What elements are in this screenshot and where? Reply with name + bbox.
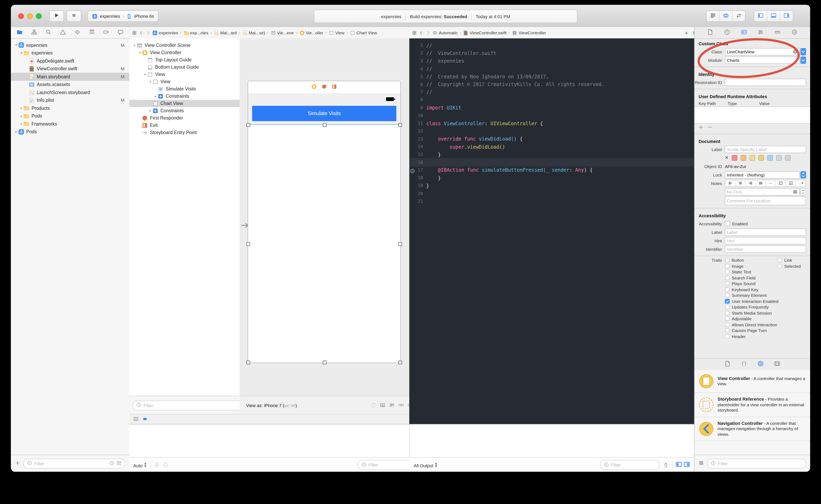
resize-handle[interactable] (398, 123, 402, 127)
module-field[interactable]: Charts (725, 56, 800, 64)
text-attr-button[interactable]: a (786, 180, 796, 186)
class-field[interactable]: LineChartView (725, 48, 800, 55)
color-swatch-1[interactable] (741, 155, 746, 161)
code-line[interactable]: 7// (409, 88, 694, 96)
toggle-debug-area-button[interactable] (767, 11, 780, 21)
doc-label-field[interactable]: Xcode Specific Label (725, 146, 806, 153)
stop-button[interactable] (67, 10, 81, 22)
minimize-window-button[interactable] (27, 13, 33, 19)
outline-row[interactable]: Top Layout Guide (129, 56, 239, 63)
trait-checkbox-image[interactable] (725, 264, 730, 269)
disclosure-icon[interactable]: ▾ (143, 72, 147, 76)
resize-handle[interactable] (398, 242, 402, 246)
code-line[interactable]: 13 override func viewDidLoad() { (409, 135, 694, 143)
trait-checkbox-header[interactable] (725, 334, 730, 339)
code-line[interactable]: 4// (409, 65, 694, 73)
outline-row[interactable]: Exit (129, 122, 239, 129)
code-line[interactable]: 17 @IBAction func simulateButtonPressed(… (409, 166, 694, 174)
zoom-window-button[interactable] (36, 13, 42, 19)
udra-add-button[interactable] (699, 125, 703, 130)
code-line[interactable]: 5// Created by Neo Ighodaro on 13/09/201… (409, 73, 694, 81)
outline-row[interactable]: Storyboard Entry Point (129, 129, 239, 136)
color-swatch-3[interactable] (758, 155, 764, 161)
toggle-navigator-button[interactable] (754, 11, 767, 21)
color-swatch-2[interactable] (750, 155, 755, 161)
inspector-tab-conn[interactable] (791, 29, 797, 37)
library-tab-obj-circle[interactable] (758, 360, 764, 368)
udra-remove-button[interactable] (708, 125, 712, 130)
toggle-inspector-button[interactable] (780, 11, 793, 21)
view-controller-scene[interactable]: 1 Simulate Visits (248, 81, 401, 363)
console-scope-select[interactable]: All Output ▲▼ (414, 462, 438, 468)
a11y-hint-field[interactable]: Hint (725, 237, 806, 244)
code-line[interactable]: 19} (409, 182, 694, 190)
no-color-button[interactable]: ✕ (725, 155, 729, 160)
disclosure-icon[interactable]: ▾ (132, 43, 137, 47)
code-line[interactable]: 14 super.viewDidLoad() (409, 143, 694, 151)
resize-handle[interactable] (322, 361, 326, 364)
align-left-button[interactable] (725, 180, 735, 186)
jumpbar-item[interactable]: View (329, 30, 344, 35)
resize-handle[interactable] (398, 361, 402, 364)
align-icon[interactable] (389, 402, 395, 408)
close-window-button[interactable] (18, 13, 24, 19)
forward-button[interactable] (145, 30, 151, 35)
trait-checkbox-static-text[interactable] (725, 270, 730, 274)
library-tab-braces[interactable] (741, 360, 747, 368)
navigator-row[interactable]: ViewController.swiftM (11, 65, 129, 73)
code-line[interactable]: 18 } (409, 174, 694, 182)
trait-checkbox-search-field[interactable] (725, 275, 730, 280)
trait-checkbox-causes-page-turn[interactable] (725, 328, 730, 333)
disclosure-icon[interactable]: ▾ (14, 43, 18, 47)
code-line[interactable]: 1// (409, 42, 694, 49)
code-line[interactable]: 2// ViewController.swift (409, 49, 694, 57)
library-tab-media[interactable] (774, 360, 780, 368)
disclosure-icon[interactable]: ▸ (19, 114, 23, 118)
more-button[interactable]: …▾ (796, 180, 806, 186)
disclosure-icon[interactable]: ▾ (148, 80, 152, 83)
outline-filter-input[interactable]: Filter (132, 400, 243, 410)
first-responder-icon[interactable]: 1 (321, 84, 327, 91)
navigator-row[interactable]: LaunchScreen.storyboard (11, 88, 129, 96)
outline-row[interactable]: BSimulate Visits (129, 85, 239, 92)
trait-checkbox-link[interactable] (777, 258, 782, 263)
trait-checkbox-plays-sound[interactable] (725, 281, 730, 286)
console-filter-input[interactable]: Filter (600, 460, 660, 470)
code-line[interactable]: 16 (409, 159, 694, 166)
related-items-button[interactable] (132, 30, 137, 35)
resize-handle[interactable] (246, 123, 250, 127)
outline-row[interactable]: 1First Responder (129, 114, 239, 122)
resize-handle[interactable] (246, 361, 250, 364)
jumpbar-item[interactable]: exp...nies (184, 30, 208, 35)
library-item-view-controller[interactable]: View Controller - A controller that mana… (695, 370, 810, 393)
trait-checkbox-keyboard-key[interactable] (725, 287, 730, 292)
library-item-storyboard-reference[interactable]: Storyboard Reference - Provides a placeh… (695, 393, 810, 417)
clear-console-button[interactable] (663, 462, 669, 468)
embed-in-stack-icon[interactable] (380, 402, 385, 408)
code-line[interactable]: 10 (409, 112, 694, 120)
scheme-selector[interactable]: expennies › iPhone 6s (88, 10, 158, 22)
navigator-row[interactable]: ▸Pods (11, 112, 129, 120)
trait-checkbox-summary-element[interactable] (725, 293, 730, 298)
align-right-button[interactable] (745, 180, 756, 186)
jumpbar-item[interactable]: Vie...ene (270, 30, 294, 35)
variables-filter-input[interactable]: Filter (357, 460, 413, 470)
navigator-row[interactable]: ▸Products (11, 104, 129, 112)
outline-row[interactable]: Chart View (129, 100, 239, 107)
code-line[interactable]: 6// Copyright © 2017 CreativityKills Co.… (409, 81, 694, 88)
exit-icon[interactable] (332, 84, 337, 91)
font-size-stepper[interactable] (800, 188, 806, 195)
outline-row[interactable]: ▸Constraints (129, 92, 239, 100)
add-assistant-editor-button[interactable]: + (685, 29, 688, 36)
outline-row[interactable]: ▾View Controller Scene (129, 42, 239, 49)
jumpbar-item[interactable]: Mai...ard (214, 30, 237, 35)
jumpbar-item[interactable]: Vie...oller (299, 30, 323, 35)
disclosure-icon[interactable]: ▸ (148, 109, 152, 112)
add-file-button[interactable] (15, 460, 20, 467)
color-swatch-6[interactable] (785, 155, 791, 161)
accessibility-enabled-checkbox[interactable] (725, 221, 730, 226)
code-line[interactable]: 11class ViewController: UIViewController… (409, 120, 694, 127)
code-line[interactable]: 3// expennies (409, 57, 694, 65)
forward-button[interactable] (426, 30, 431, 35)
lock-stepper-button[interactable] (800, 171, 806, 178)
